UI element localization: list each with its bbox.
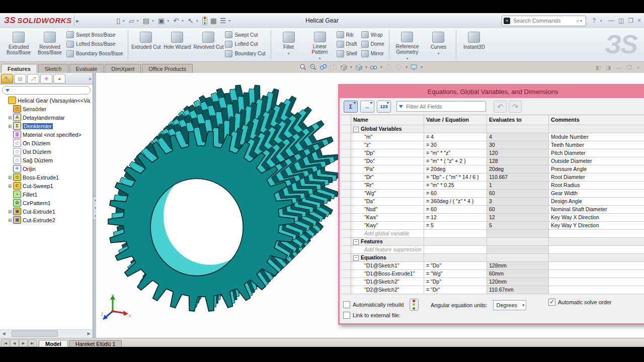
row-header-cell[interactable] [341, 157, 351, 165]
collapse-minus-icon[interactable]: − [353, 239, 359, 245]
ribbon-button-instant3d[interactable]: Instant3D [458, 28, 490, 61]
tab-propertymanager-icon[interactable]: ▤ [14, 74, 26, 83]
tab-configurationmanager-icon[interactable]: ⎇ [27, 74, 39, 83]
tree-item-fillet1[interactable]: ◖Fillet1 [0, 190, 93, 199]
value-equation-cell[interactable]: = "Wg" [424, 270, 487, 278]
ribbon-button-lofted-boss-base[interactable]: Lofted Boss/Base [66, 41, 123, 48]
ribbon-button-draft[interactable]: Draft [337, 41, 357, 48]
section-header-equations[interactable]: −Equations [351, 254, 424, 261]
column-header-comments[interactable]: Comments [549, 115, 644, 125]
row-header-cell[interactable] [341, 222, 351, 229]
row-header-cell[interactable] [341, 198, 351, 205]
add-placeholder-cell[interactable]: Add global variable [351, 230, 424, 237]
row-header-cell[interactable] [341, 190, 351, 197]
hide-show-items-icon[interactable] [370, 63, 377, 71]
close-button[interactable]: × [637, 17, 641, 24]
value-equation-cell[interactable]: = 20deg [424, 165, 487, 173]
doc-restore-button[interactable]: ❐ [627, 64, 632, 71]
value-equation-cell[interactable]: = 4 [424, 133, 487, 141]
tree-item-detayland-rmalar[interactable]: ⊞ADetaylandırmalar [0, 113, 93, 122]
value-equation-cell[interactable]: = 60 [424, 206, 487, 213]
comments-cell[interactable]: Nominal Shaft Diameter [549, 206, 644, 213]
tree-item-material-not-specified[interactable]: ≣Material <not specified> [0, 130, 93, 139]
row-header-cell[interactable] [341, 133, 351, 141]
ribbon-button-revolved-boss-base[interactable]: Revolved Boss/Base [34, 28, 65, 61]
tab-features[interactable]: Features [1, 64, 37, 73]
ribbon-button-wrap[interactable]: Wrap [361, 31, 384, 38]
tab-office-products[interactable]: Office Products [142, 64, 193, 73]
help-caret[interactable]: ▾ [600, 19, 602, 23]
display-style-caret[interactable]: ▾ [365, 65, 367, 69]
comments-cell[interactable]: Outside Diameter [549, 157, 644, 165]
comments-cell[interactable] [549, 286, 644, 294]
row-header-cell[interactable] [341, 286, 351, 294]
value-equation-cell[interactable]: = "m" * "z" [424, 149, 487, 157]
prev-tab-icon[interactable]: ◀ [10, 339, 19, 347]
curves-caret[interactable]: ▾ [437, 51, 439, 56]
value-equation-cell[interactable]: = "m" * ( "z" + 2 ) [424, 157, 487, 165]
section-header-features[interactable]: −Features [351, 238, 424, 245]
comments-cell[interactable]: Gear Width [549, 190, 644, 197]
row-header-cell[interactable] [341, 182, 351, 189]
ribbon-button-revolved-cut[interactable]: Revolved Cut [193, 28, 224, 61]
name-cell[interactable]: "Kwx" [351, 214, 424, 221]
value-equation-cell[interactable]: = 12 [424, 214, 487, 221]
collapse-minus-icon[interactable]: − [353, 127, 359, 132]
view-orientation-caret[interactable]: ▾ [350, 65, 352, 69]
panel-horizontal-scrollbar[interactable]: ◀ ▶ [0, 329, 93, 337]
helical-gear-model[interactable] [96, 73, 342, 338]
scroll-left-icon[interactable]: ◀ [0, 330, 8, 337]
rebuild-traffic-light-button[interactable] [410, 299, 419, 311]
tree-item-st-d-zlem[interactable]: ◇Üst Düzlem [0, 147, 93, 156]
ribbon-button-hole-wizard[interactable]: Hole Wizard [162, 28, 193, 61]
row-header-cell[interactable] [341, 278, 351, 286]
filter-all-fields-input[interactable] [405, 103, 484, 110]
tab-model[interactable]: Model [39, 340, 68, 347]
undo-icon[interactable]: ↶ [494, 101, 507, 113]
tab-hareket-et-d-1[interactable]: Hareket Etüdü 1 [69, 340, 122, 347]
tab-dimxpert[interactable]: DimXpert [105, 64, 141, 73]
ribbon-button-reference-geometry[interactable]: Reference Geometry▾ [391, 28, 423, 61]
apply-scene-caret[interactable]: ▾ [406, 65, 408, 69]
zoom-to-area-icon[interactable] [309, 63, 317, 71]
zoom-to-fit-icon[interactable] [299, 63, 307, 71]
tree-item-cut-extrude1[interactable]: ⊞▣Cut-Extrude1 [0, 207, 93, 216]
panel-chevron-icon[interactable]: » [89, 75, 92, 81]
collapse-minus-icon[interactable]: − [353, 255, 359, 261]
last-tab-icon[interactable]: ▶| [28, 339, 37, 347]
comments-cell[interactable]: Key Way X Direction [549, 214, 644, 221]
ribbon-button-shell[interactable]: Shell [337, 50, 357, 57]
search-commands-box[interactable]: » ⌕ ▾ [502, 16, 586, 26]
tab-displaymanager-icon[interactable]: ◕ [53, 74, 65, 83]
expand-plus-icon[interactable]: ⊞ [7, 115, 13, 120]
name-cell[interactable]: "D2@Sketch2" [351, 286, 424, 294]
tab-featuremanager-icon[interactable]: 🔧 [1, 74, 13, 83]
reference-geometry-caret[interactable]: ▾ [406, 56, 408, 61]
tree-item-cirpattern1[interactable]: ✿CirPattern1 [0, 199, 93, 207]
name-cell[interactable]: "D1@Boss-Extrude1" [351, 270, 424, 278]
row-header-cell[interactable] [341, 262, 351, 269]
comments-cell[interactable]: Pressure Angle [549, 165, 644, 173]
next-tab-icon[interactable]: ▶ [19, 339, 28, 347]
tree-item-cut-sweep1[interactable]: ⊞CCut-Sweep1 [0, 182, 93, 190]
name-cell[interactable]: "Nsd" [351, 206, 424, 213]
ribbon-button-rib[interactable]: Rib [337, 31, 357, 38]
ribbon-button-extruded-boss-base[interactable]: Extruded Boss/Base [3, 28, 34, 61]
comments-cell[interactable] [549, 270, 644, 278]
filter-all-fields-box[interactable] [396, 101, 486, 112]
hide-show-items-caret[interactable]: ▾ [380, 65, 382, 69]
view-settings-icon[interactable] [410, 63, 418, 71]
linear-pattern-caret[interactable]: ▾ [319, 56, 321, 61]
tree-item-orijin[interactable]: ✛Orijin [0, 164, 93, 173]
name-cell[interactable]: "D1@Sketch1" [351, 262, 424, 269]
link-to-external-file-checkbox[interactable] [343, 312, 350, 319]
row-header-cell[interactable] [341, 206, 351, 213]
help-button[interactable]: ? [592, 17, 596, 24]
magnified-selection-icon[interactable] [319, 63, 327, 71]
ribbon-button-boundary-boss-base[interactable]: Boundary Boss/Base [66, 50, 123, 57]
comments-cell[interactable]: Pitch Diameter [549, 149, 644, 157]
expand-plus-icon[interactable]: ⊞ [7, 184, 13, 189]
ribbon-button-fillet[interactable]: Fillet▾ [273, 28, 304, 61]
name-cell[interactable]: "Dr" [351, 173, 424, 181]
add-placeholder-cell[interactable]: Add feature suppression [351, 246, 424, 253]
